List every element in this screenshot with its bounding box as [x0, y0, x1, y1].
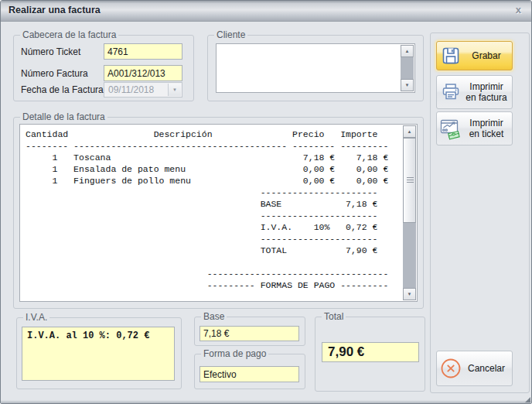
invoice-date-combo[interactable]: 09/11/2018 ▼ — [104, 82, 182, 98]
window-title: Realizar una factura — [9, 5, 101, 15]
scroll-down-button[interactable]: ▼ — [403, 288, 416, 300]
group-forma-pago-title: Forma de pago — [201, 348, 268, 359]
numero-factura-label: Número Factura — [21, 68, 88, 79]
group-detalle: Detalle de la factura Cantidad Descripci… — [13, 117, 424, 309]
grabar-label: Grabar — [465, 50, 512, 61]
scroll-up-button[interactable]: ▲ — [401, 45, 414, 57]
combo-dropdown-button[interactable]: ▼ — [168, 84, 181, 96]
scroll-up-icon: ▲ — [405, 49, 410, 53]
scroll-down-icon: ▼ — [408, 292, 412, 296]
group-total: Total 7,90 € — [315, 317, 425, 392]
numero-ticket-label: Número Ticket — [21, 46, 80, 57]
forma-pago-input[interactable] — [200, 366, 299, 382]
group-detalle-title: Detalle de la factura — [20, 111, 107, 122]
scroll-down-button[interactable]: ▼ — [401, 79, 414, 91]
invoice-detail-text: Cantidad Descripción Precio Importe ----… — [20, 125, 417, 291]
fecha-factura-label: Fecha de la Factura — [21, 84, 104, 95]
scrollbar-grip-icon — [407, 177, 414, 183]
imprimir-ticket-button[interactable]: Imprimir en ticket — [436, 111, 513, 146]
scrollbar-thumb[interactable] — [403, 138, 416, 223]
cancelar-button[interactable]: Cancelar — [436, 351, 513, 386]
group-cliente-title: Cliente — [214, 29, 247, 40]
chevron-down-icon: ▼ — [172, 87, 177, 92]
iva-summary-box[interactable]: I.V.A. al 10 %: 0,72 € — [22, 327, 175, 381]
imprimir-ticket-label: Imprimir en ticket — [465, 118, 512, 140]
invoice-date-value: 09/11/2018 — [108, 84, 154, 95]
group-total-title: Total — [322, 311, 346, 322]
scroll-up-icon: ▲ — [408, 129, 412, 134]
imprimir-factura-label: Imprimir en factura — [465, 81, 512, 104]
group-base-title: Base — [201, 311, 227, 322]
total-display[interactable]: 7,90 € — [322, 342, 419, 362]
close-icon[interactable]: x — [516, 4, 521, 15]
group-cliente: Cliente ▲ ▼ — [207, 35, 424, 101]
grabar-button[interactable]: Grabar — [436, 41, 513, 70]
numero-ticket-input[interactable] — [104, 43, 182, 60]
group-iva: I.V.A. I.V.A. al 10 %: 0,72 € — [16, 317, 182, 389]
cliente-scrollbar[interactable]: ▲ ▼ — [401, 45, 414, 91]
scroll-up-button[interactable]: ▲ — [403, 125, 416, 138]
base-input[interactable] — [200, 326, 299, 341]
titlebar: Realizar una factura x — [1, 1, 531, 22]
scroll-down-icon: ▼ — [405, 83, 410, 87]
invoice-detail-box: Cantidad Descripción Precio Importe ----… — [19, 124, 418, 302]
cancelar-label: Cancelar — [465, 363, 512, 374]
report-money-icon — [437, 117, 465, 140]
imprimir-factura-button[interactable]: Imprimir en factura — [436, 75, 513, 109]
printer-icon — [437, 81, 465, 103]
group-forma-pago: Forma de pago — [194, 354, 305, 389]
cliente-textarea[interactable]: ▲ ▼ — [216, 43, 415, 93]
group-iva-title: I.V.A. — [23, 312, 49, 323]
window-bottom-edge — [1, 400, 531, 403]
group-base: Base — [194, 317, 305, 346]
numero-factura-input[interactable] — [104, 65, 182, 81]
group-cabecera: Cabecera de la factura Número Ticket Núm… — [13, 35, 194, 101]
group-cabecera-title: Cabecera de la factura — [20, 29, 118, 40]
dialog-realizar-factura: Realizar una factura x Cabecera de la fa… — [0, 0, 532, 404]
floppy-disk-icon — [437, 45, 465, 67]
detail-scrollbar[interactable]: ▲ ▼ — [403, 125, 416, 300]
cancel-circle-icon — [437, 357, 465, 380]
resize-grip[interactable] — [525, 397, 530, 402]
